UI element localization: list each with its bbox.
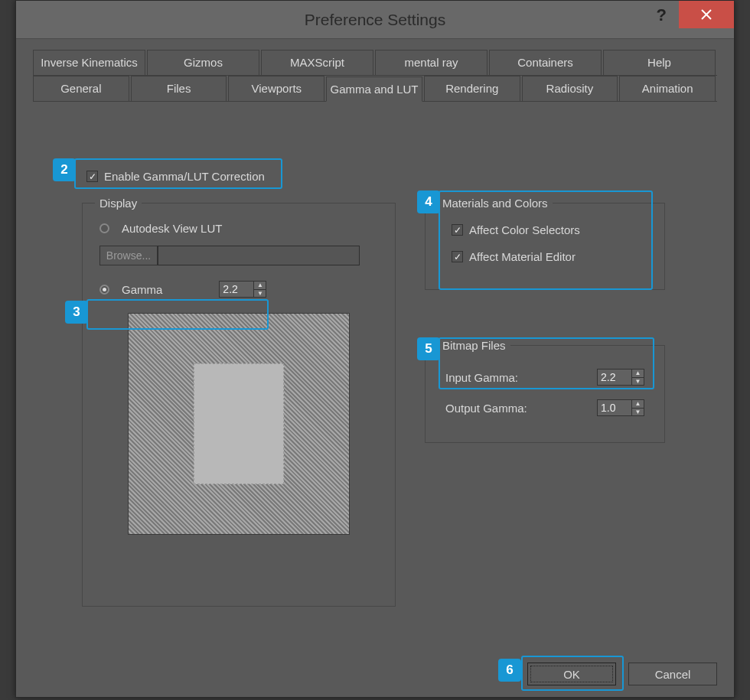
tab-gamma-and-lut[interactable]: Gamma and LUT [326,77,422,102]
browse-row: Browse... [99,246,360,265]
affect-material-label: Affect Material Editor [469,250,576,263]
gamma-preview-inner [194,363,284,484]
input-gamma-input[interactable] [598,370,631,385]
input-gamma-spin-down[interactable]: ▼ [632,378,644,386]
enable-gamma-checkbox[interactable] [86,171,98,182]
gamma-radio[interactable] [99,285,109,295]
window-title: Preference Settings [305,11,445,29]
tab-containers[interactable]: Containers [489,50,602,75]
cancel-button[interactable]: Cancel [628,663,717,685]
tab-gizmos[interactable]: Gizmos [147,50,259,75]
gamma-row: Gamma ▲ ▼ [99,281,383,298]
viewlut-label: Autodesk View LUT [122,222,222,235]
close-button[interactable] [679,1,734,28]
bitmap-group: Bitmap Files Input Gamma: ▲ ▼ Output Gam… [425,339,665,443]
annotation-marker-4: 4 [417,190,440,213]
gamma-spin-up[interactable]: ▲ [254,282,266,290]
materials-group: Materials and Colors Affect Color Select… [425,197,665,290]
affect-selectors-checkbox[interactable] [452,224,463,236]
tab-maxscript[interactable]: MAXScript [261,50,373,75]
output-gamma-input[interactable] [598,400,631,415]
affect-material-row: Affect Material Editor [452,250,652,263]
input-gamma-row: Input Gamma: ▲ ▼ [445,369,644,386]
gamma-spinner[interactable]: ▲ ▼ [219,281,266,298]
browse-field[interactable] [158,246,360,265]
input-gamma-spin-up[interactable]: ▲ [632,370,644,378]
ok-button[interactable]: OK [527,663,616,685]
output-gamma-spin-down[interactable]: ▼ [632,409,644,416]
gamma-input[interactable] [220,282,253,297]
titlebar: Preference Settings ? [16,1,734,39]
annotation-marker-2: 2 [53,158,76,181]
tab-general[interactable]: General [33,76,129,101]
tab-strip: Inverse KinematicsGizmosMAXScriptmental … [33,50,717,102]
output-gamma-label: Output Gamma: [445,402,527,415]
tab-viewports[interactable]: Viewports [228,76,324,101]
output-gamma-spinner[interactable]: ▲ ▼ [597,399,644,416]
annotation-marker-6: 6 [498,659,521,682]
gamma-preview [128,313,350,535]
input-gamma-spinner[interactable]: ▲ ▼ [597,369,644,386]
preferences-window: Preference Settings ? Inverse Kinematics… [15,0,735,698]
browse-button[interactable]: Browse... [99,246,158,265]
enable-gamma-label: Enable Gamma/LUT Correction [104,170,265,183]
annotation-marker-3: 3 [65,301,88,324]
help-icon[interactable]: ? [657,5,667,25]
dialog-body: Inverse KinematicsGizmosMAXScriptmental … [16,39,734,697]
viewlut-radio[interactable] [99,223,109,233]
enable-gamma-row: Enable Gamma/LUT Correction [86,170,265,183]
tab-animation[interactable]: Animation [619,76,716,101]
viewlut-row: Autodesk View LUT [99,222,383,235]
display-group: Display Autodesk View LUT Browse... Gamm… [82,197,396,607]
affect-selectors-label: Affect Color Selectors [469,223,580,236]
output-gamma-row: Output Gamma: ▲ ▼ [445,399,644,416]
tab-inverse-kinematics[interactable]: Inverse Kinematics [33,50,145,75]
close-icon [701,9,712,20]
gamma-spin-down[interactable]: ▼ [254,290,266,298]
bitmap-legend: Bitmap Files [438,339,510,352]
tab-radiosity[interactable]: Radiosity [522,76,618,101]
materials-legend: Materials and Colors [438,197,553,210]
affect-material-checkbox[interactable] [452,251,463,262]
tab-help[interactable]: Help [603,50,716,75]
input-gamma-label: Input Gamma: [445,371,518,384]
display-legend: Display [95,197,142,210]
annotation-marker-5: 5 [417,337,440,360]
tab-files[interactable]: Files [131,76,227,101]
gamma-label: Gamma [122,283,162,296]
affect-selectors-row: Affect Color Selectors [452,223,652,236]
tab-mental-ray[interactable]: mental ray [375,50,488,75]
output-gamma-spin-up[interactable]: ▲ [632,400,644,409]
tab-rendering[interactable]: Rendering [424,76,520,101]
